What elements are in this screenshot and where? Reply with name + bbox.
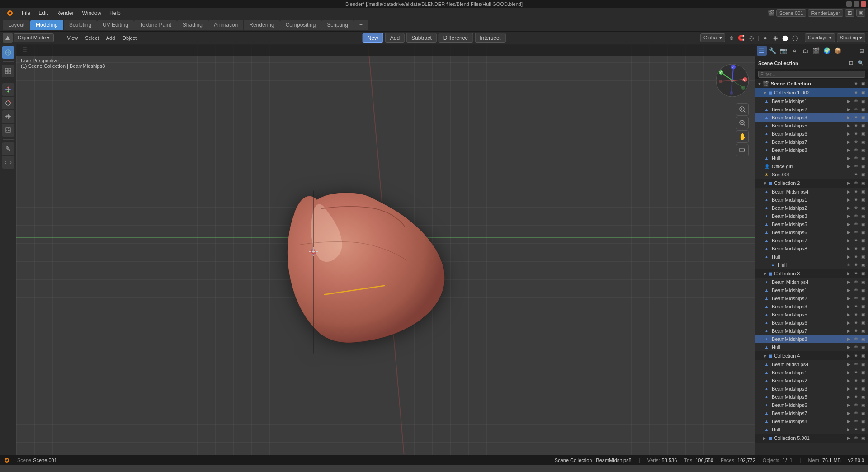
- subtract-button[interactable]: Subtract: [406, 33, 437, 43]
- overlays-btn[interactable]: Overlays ▾: [805, 33, 835, 42]
- snap-icon[interactable]: 🧲: [737, 33, 746, 42]
- list-item[interactable]: ▲ BeamMidships1 ▶ 👁 ▣: [755, 286, 868, 294]
- nav-camera[interactable]: [736, 144, 749, 156]
- list-item-selected[interactable]: ▲ BeamMidships8 ▶ 👁 ▣: [755, 335, 868, 343]
- transform-tool[interactable]: [2, 124, 14, 137]
- list-item[interactable]: ▲ BeamMidships2 ▶ 👁 ▣: [755, 105, 868, 113]
- list-item[interactable]: ▲ BeamMidships8 ▶ 👁 ▣: [755, 417, 868, 425]
- scale-tool[interactable]: [2, 110, 14, 123]
- list-item[interactable]: ☀ Sun.001 👁 ▣: [755, 170, 868, 179]
- menu-edit[interactable]: Edit: [35, 9, 52, 17]
- list-item[interactable]: ▲ BeamMidships5 ▶ 👁 ▣: [755, 393, 868, 401]
- list-item[interactable]: ▲ BeamMidships5 ▶ 👁 ▣: [755, 311, 868, 319]
- scene-col-restrict[interactable]: ▣: [860, 80, 866, 87]
- view-menu[interactable]: View: [65, 34, 81, 42]
- list-item[interactable]: ▲ BeamMidships8 ▶ 👁 ▣: [755, 146, 868, 154]
- maximize-button[interactable]: [854, 1, 859, 7]
- outliner-icon[interactable]: ☰: [757, 46, 767, 56]
- pivot-icon[interactable]: ⊕: [727, 33, 736, 42]
- select-tool[interactable]: [2, 65, 14, 77]
- list-item[interactable]: ▲ BeamMidships6 ▶ 👁 ▣: [755, 401, 868, 409]
- render-props-icon[interactable]: 📷: [778, 46, 788, 56]
- collection-4-header[interactable]: ▼ ◼ Collection 4 ▶ 👁 ▣: [755, 351, 868, 360]
- menu-file[interactable]: File: [18, 9, 34, 17]
- intersect-button[interactable]: Intersect: [475, 33, 505, 43]
- render-preview-icon[interactable]: ●: [761, 33, 770, 42]
- outliner-body[interactable]: ▼ 🎬 Scene Collection 👁 ▣ ▼ ◼ Collection …: [755, 79, 868, 455]
- cursor-tool[interactable]: [2, 46, 14, 59]
- menu-render[interactable]: Render: [52, 9, 77, 17]
- object-mode-selector[interactable]: Object Mode ▾: [14, 33, 54, 42]
- tab-modeling[interactable]: Modeling: [30, 20, 63, 30]
- collection-2-header[interactable]: ▼ ◼ Collection 2 ▶ 👁 ▣: [755, 179, 868, 188]
- render-layer-selector[interactable]: RenderLayer: [808, 9, 843, 17]
- list-item[interactable]: ▲ BeamMidships7 ▶ 👁 ▣: [755, 327, 868, 335]
- tab-shading[interactable]: Shading: [177, 20, 208, 30]
- tab-scripting[interactable]: Scripting: [321, 20, 354, 30]
- proportional-icon[interactable]: ◎: [747, 33, 756, 42]
- list-item[interactable]: ▲ Hull ☠ 👁 ▣: [755, 261, 868, 269]
- add-menu[interactable]: Add: [104, 34, 118, 42]
- object-props-icon[interactable]: 📦: [833, 46, 843, 56]
- list-item[interactable]: ▲ BeamMidships1 ▶ 👁 ▣: [755, 97, 868, 105]
- outliner-search-input[interactable]: [758, 71, 865, 78]
- list-item[interactable]: ▲ Hull ▶ 👁 ▣: [755, 425, 868, 434]
- scene-props-icon[interactable]: 🎬: [811, 46, 821, 56]
- list-item[interactable]: ▲ Hull ▶ 👁 ▣: [755, 253, 868, 261]
- outliner-search[interactable]: 🔍: [856, 59, 865, 68]
- difference-button[interactable]: Difference: [439, 33, 473, 43]
- menu-window[interactable]: Window: [78, 9, 105, 17]
- render-icon[interactable]: 🖼: [845, 9, 854, 17]
- list-item[interactable]: ▲ BeamMidships1 ▶ 👁 ▣: [755, 196, 868, 204]
- outliner-filter[interactable]: ⊟: [846, 59, 855, 68]
- mode-icon[interactable]: [3, 33, 13, 43]
- list-item[interactable]: ▲ BeamMidships7 ▶ 👁 ▣: [755, 236, 868, 245]
- list-item[interactable]: ▲ Beam Midships4 ▶ 👁 ▣: [755, 278, 868, 286]
- properties-icon[interactable]: 🔧: [768, 46, 778, 56]
- tab-add[interactable]: +: [354, 20, 368, 30]
- tab-rendering[interactable]: Rendering: [244, 20, 279, 30]
- nav-zoom-out[interactable]: [736, 117, 749, 129]
- close-button[interactable]: [861, 1, 866, 7]
- list-item[interactable]: ▲ BeamMidships5 ▶ 👁 ▣: [755, 122, 868, 130]
- tab-uv-editing[interactable]: UV Editing: [97, 20, 134, 30]
- solid-shading-icon[interactable]: ⬤: [781, 33, 790, 42]
- wireframe-icon[interactable]: ◯: [791, 33, 800, 42]
- menu-help[interactable]: Help: [106, 9, 124, 17]
- list-item[interactable]: ▲ Beam Midships4 ▶ 👁 ▣: [755, 188, 868, 196]
- select-menu[interactable]: Select: [82, 34, 102, 42]
- transform-orientation[interactable]: Global ▾: [700, 33, 725, 42]
- list-item[interactable]: ▲ BeamMidships2 ▶ 👁 ▣: [755, 377, 868, 385]
- list-item[interactable]: ▲ BeamMidships2 ▶ 👁 ▣: [755, 204, 868, 212]
- minimize-button[interactable]: [846, 1, 852, 7]
- list-item[interactable]: ▲ Hull ▶ 👁 ▣: [755, 343, 868, 351]
- col1-restrict[interactable]: ▣: [860, 90, 866, 96]
- world-props-icon[interactable]: 🌍: [822, 46, 832, 56]
- list-item[interactable]: ▲ BeamMidships3 ▶ 👁 ▣: [755, 385, 868, 393]
- scene-col-eye[interactable]: 👁: [853, 80, 859, 87]
- list-item[interactable]: ▲ BeamMidships8 ▶ 👁 ▣: [755, 245, 868, 253]
- list-item[interactable]: ▲ BeamMidships6 ▶ 👁 ▣: [755, 228, 868, 236]
- view-layer-icon[interactable]: 🗂: [800, 46, 810, 56]
- axis-gizmo[interactable]: X Y Z: [714, 62, 750, 99]
- annotate-tool[interactable]: ✎: [2, 142, 14, 155]
- col1-eye[interactable]: 👁: [853, 90, 859, 96]
- new-button[interactable]: New: [363, 33, 383, 43]
- list-item[interactable]: ▲ BeamMidships7 ▶ 👁 ▣: [755, 409, 868, 417]
- list-item[interactable]: ▲ BeamMidships7 ▶ 👁 ▣: [755, 138, 868, 146]
- output-props-icon[interactable]: 🖨: [789, 46, 799, 56]
- nav-hand[interactable]: ✋: [736, 130, 749, 143]
- viewport-icon2[interactable]: ▣: [856, 9, 865, 17]
- shading-btn[interactable]: Shading ▾: [837, 33, 865, 42]
- object-menu[interactable]: Object: [119, 34, 139, 42]
- add-button[interactable]: Add: [385, 33, 405, 43]
- menu-blender[interactable]: [3, 9, 17, 18]
- list-item[interactable]: ▲ Hull ▶ 👁 ▣: [755, 154, 868, 162]
- list-item[interactable]: 👤 Office girl ▶ 👁 ▣: [755, 162, 868, 170]
- material-preview-icon[interactable]: ◉: [771, 33, 780, 42]
- list-item[interactable]: ▲ BeamMidships1 ▶ 👁 ▣: [755, 368, 868, 377]
- rotate-tool[interactable]: [2, 97, 14, 109]
- scene-selector[interactable]: Scene.001: [776, 9, 807, 17]
- collection-1-header[interactable]: ▼ ◼ Collection 1.002 👁 ▣: [755, 88, 868, 97]
- list-item[interactable]: ▲ BeamMidships3 ▶ 👁 ▣: [755, 302, 868, 311]
